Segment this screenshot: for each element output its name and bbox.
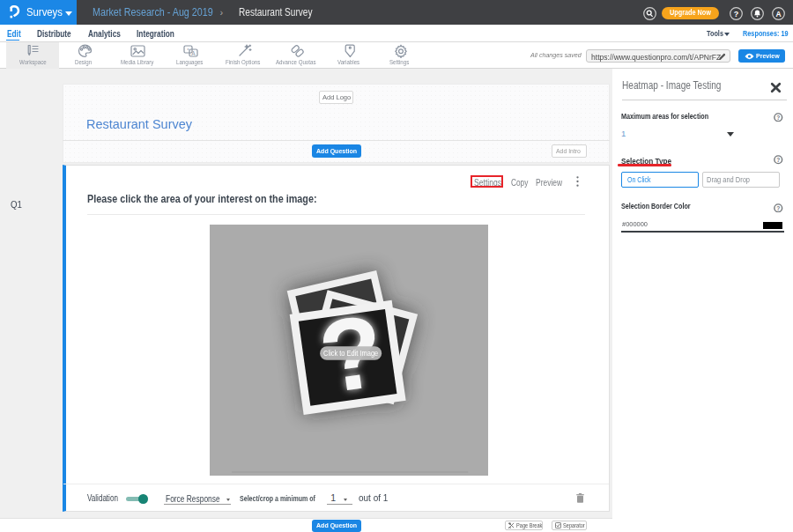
svg-text:A: A bbox=[775, 9, 781, 18]
svg-text:?: ? bbox=[776, 204, 780, 211]
svg-text:Click to Edit Image: Click to Edit Image bbox=[323, 348, 378, 357]
svg-text:A: A bbox=[191, 49, 196, 55]
svg-text:?: ? bbox=[776, 157, 780, 163]
svg-text:?: ? bbox=[776, 114, 780, 120]
svg-text:?: ? bbox=[734, 10, 739, 18]
